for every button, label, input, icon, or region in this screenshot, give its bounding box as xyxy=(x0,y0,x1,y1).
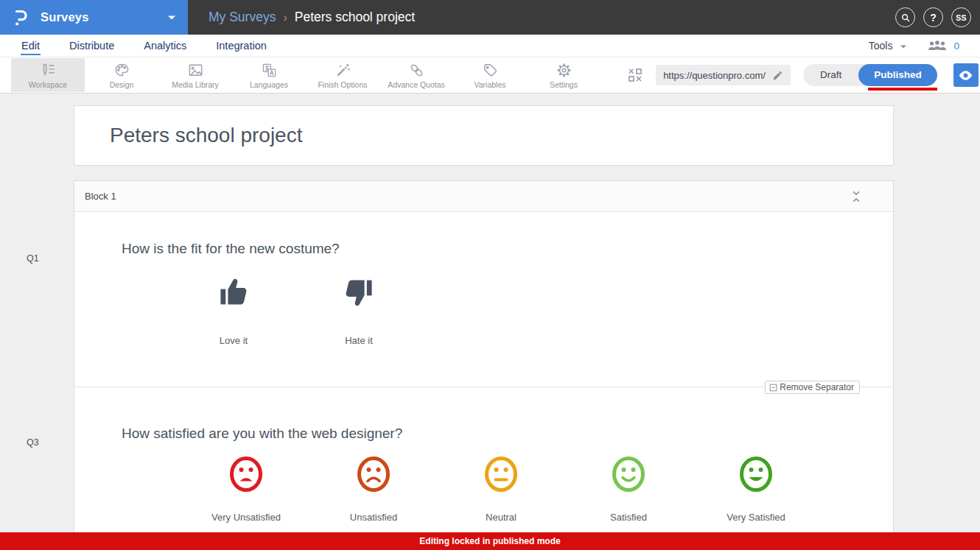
variables-icon xyxy=(482,62,499,79)
option-satisfied[interactable]: Satisfied xyxy=(581,456,676,523)
product-switcher[interactable]: Surveys xyxy=(0,0,188,35)
published-button[interactable]: Published xyxy=(858,64,937,86)
option-hate-it[interactable]: Hate it xyxy=(320,275,398,346)
published-lock-banner: Editing locked in published mode xyxy=(0,532,980,550)
block-label[interactable]: Block 1 xyxy=(85,191,116,202)
chevron-down-icon[interactable] xyxy=(900,44,907,49)
questionpro-logo-icon xyxy=(12,8,29,27)
option-label: Neutral xyxy=(486,512,517,523)
collaborators-count[interactable]: 0 xyxy=(953,40,959,52)
languages-icon xyxy=(261,62,278,79)
tab-edit[interactable]: Edit xyxy=(21,37,41,55)
tab-distribute[interactable]: Distribute xyxy=(69,37,115,55)
survey-url-field[interactable]: https://questionpro.com/ xyxy=(656,65,791,85)
toolbar-item-finish-options[interactable]: Finish Options xyxy=(306,58,379,92)
survey-url: https://questionpro.com/ xyxy=(663,70,766,81)
survey-editor-canvas: Q1 Q3 Peters school project Block 1 How … xyxy=(0,94,980,532)
option-label: Love it xyxy=(220,335,248,346)
option-very-satisfied[interactable]: Very Satisfied xyxy=(708,456,804,523)
breadcrumb: My Surveys › Peters school project xyxy=(209,0,415,35)
toolbar-item-languages[interactable]: Languages xyxy=(232,58,306,92)
product-name: Surveys xyxy=(41,10,89,24)
thumbs-down-icon xyxy=(341,275,377,310)
toolbar-item-variables[interactable]: Variables xyxy=(453,58,527,92)
question-separator: Remove Separator xyxy=(74,387,893,387)
tools-menu[interactable]: Tools xyxy=(869,40,893,52)
chevron-down-icon[interactable] xyxy=(167,15,176,21)
question-q1-options: Love it Hate it xyxy=(195,275,398,346)
question-code-q3: Q3 xyxy=(27,437,39,448)
media-library-icon xyxy=(187,62,204,79)
edit-url-icon[interactable] xyxy=(772,70,783,81)
advance-quotas-icon xyxy=(408,62,425,79)
preview-button[interactable] xyxy=(953,63,979,87)
thumbs-up-icon xyxy=(216,275,251,310)
search-icon xyxy=(900,13,911,23)
section-nav: Edit Distribute Analytics Integration To… xyxy=(0,35,980,57)
avatar[interactable]: SS xyxy=(951,7,971,27)
very-sad-smiley-icon xyxy=(229,456,263,493)
toolbar-item-advance-quotas[interactable]: Advance Quotas xyxy=(379,58,453,92)
draft-button[interactable]: Draft xyxy=(803,64,858,86)
tab-integration[interactable]: Integration xyxy=(215,37,267,55)
toolbar-item-workspace[interactable]: Workspace xyxy=(11,58,85,92)
help-icon: ? xyxy=(930,12,937,24)
status-toggle: Draft Published xyxy=(803,64,937,86)
settings-icon xyxy=(556,62,573,79)
toolbar-item-design[interactable]: Design xyxy=(85,58,158,92)
breadcrumb-parent-link[interactable]: My Surveys xyxy=(209,10,276,25)
tab-analytics[interactable]: Analytics xyxy=(143,37,187,55)
neutral-smiley-icon xyxy=(484,456,518,493)
help-button[interactable]: ? xyxy=(923,7,943,27)
option-love-it[interactable]: Love it xyxy=(195,275,273,346)
question-text-q3[interactable]: How satisfied are you with the web desig… xyxy=(122,426,402,442)
toolbar-item-settings[interactable]: Settings xyxy=(527,58,601,92)
option-label: Very Satisfied xyxy=(727,512,785,523)
published-underline xyxy=(868,88,937,91)
nav-right: Tools 0 xyxy=(869,38,959,53)
very-happy-smiley-icon xyxy=(739,456,773,493)
block-card: Block 1 How is the fit for the new costu… xyxy=(74,180,894,532)
remove-separator-button[interactable]: Remove Separator xyxy=(765,381,860,394)
survey-title-card[interactable]: Peters school project xyxy=(74,105,894,166)
lock-notice: Editing locked in published mode xyxy=(419,536,560,546)
collaborators-icon[interactable] xyxy=(926,38,948,53)
question-code-q1: Q1 xyxy=(27,253,39,264)
survey-toolbar: Workspace Design Media Library Languages xyxy=(0,57,980,94)
option-very-unsatisfied[interactable]: Very Unsatisfied xyxy=(198,456,294,523)
option-label: Unsatisfied xyxy=(350,512,397,523)
top-bar: Surveys My Surveys › Peters school proje… xyxy=(0,0,980,35)
workspace-icon xyxy=(40,62,57,79)
option-label: Very Unsatisfied xyxy=(211,512,281,523)
qr-code-icon[interactable] xyxy=(627,67,643,83)
eye-icon xyxy=(959,71,973,80)
collapse-block-icon[interactable] xyxy=(849,188,864,205)
toolbar-item-media-library[interactable]: Media Library xyxy=(158,58,232,92)
survey-title[interactable]: Peters school project xyxy=(110,124,302,147)
design-icon xyxy=(113,62,130,79)
question-q3-options: Very Unsatisfied Unsatisfied Neutral xyxy=(198,456,804,523)
breadcrumb-current: Peters school project xyxy=(295,10,415,25)
option-unsatisfied[interactable]: Unsatisfied xyxy=(326,456,421,523)
block-header: Block 1 xyxy=(74,181,893,212)
search-button[interactable] xyxy=(895,7,915,27)
question-text-q1[interactable]: How is the fit for the new costume? xyxy=(122,241,340,257)
sad-smiley-icon xyxy=(357,456,391,493)
breadcrumb-separator: › xyxy=(283,11,287,24)
finish-options-icon xyxy=(335,62,351,79)
happy-smiley-icon xyxy=(612,456,645,493)
minus-box-icon xyxy=(769,384,777,392)
option-neutral[interactable]: Neutral xyxy=(453,456,549,523)
option-label: Hate it xyxy=(345,335,373,346)
top-actions: ? SS xyxy=(895,0,980,35)
option-label: Satisfied xyxy=(610,512,647,523)
